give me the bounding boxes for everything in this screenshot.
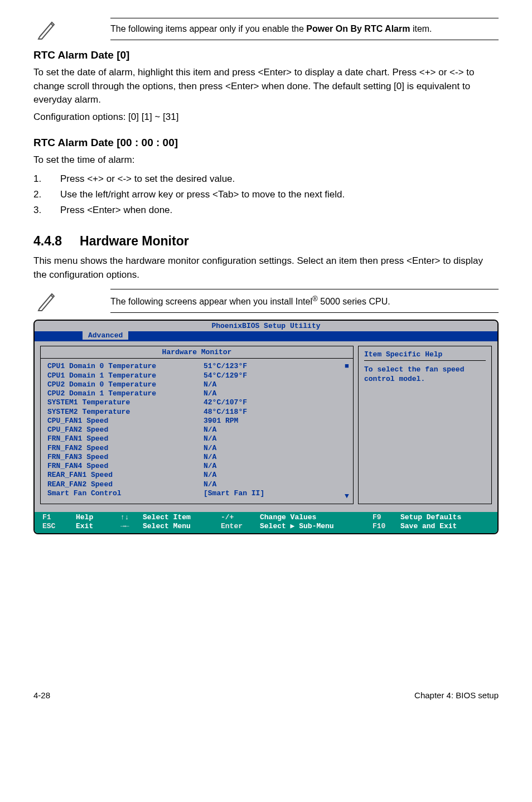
bios-help-panel: Item Specific Help To select the fan spe… bbox=[358, 346, 492, 504]
page-footer: 4-28 Chapter 4: BIOS setup bbox=[0, 668, 532, 711]
bios-help-text: To select the fan speed control model. bbox=[364, 365, 486, 384]
rtc-time-intro: To set the time of alarm: bbox=[33, 153, 499, 167]
table-row[interactable]: FRN_FAN1 SpeedN/A bbox=[47, 434, 349, 443]
table-row[interactable]: CPU_FAN2 SpeedN/A bbox=[47, 426, 349, 434]
section-heading: 4.4.8 Hardware Monitor bbox=[33, 234, 499, 249]
bios-footer: F1 Help ↑↓ Select Item -/+ Change Values… bbox=[35, 512, 497, 533]
note-bold: Power On By RTC Alarm bbox=[306, 24, 410, 33]
bios-help-title: Item Specific Help bbox=[364, 349, 486, 361]
list-item: 3.Press <Enter> when done. bbox=[33, 202, 499, 218]
table-row[interactable]: SYSTEM1 Temperature42°C/107°F bbox=[47, 398, 349, 407]
table-row[interactable]: FRN_FAN3 SpeedN/A bbox=[47, 453, 349, 462]
page-number: 4-28 bbox=[33, 690, 50, 700]
key-f9: F9 bbox=[373, 513, 400, 522]
table-row[interactable]: CPU1 Domain 0 Temperature51°C/123°F bbox=[47, 362, 349, 371]
rtc-date-body2: Configuration options: [0] [1] ~ [31] bbox=[33, 110, 499, 124]
note-text-b: item. bbox=[410, 24, 432, 33]
heading-rtc-alarm-time: RTC Alarm Date [00 : 00 : 00] bbox=[33, 137, 499, 149]
rtc-date-body1: To set the date of alarm, highlight this… bbox=[33, 66, 499, 107]
arrows-updown-icon: ↑↓ bbox=[120, 513, 143, 522]
pencil-icon bbox=[33, 288, 61, 313]
table-row[interactable]: FRN_FAN4 SpeedN/A bbox=[47, 462, 349, 471]
bios-rows: ■ CPU1 Domain 0 Temperature51°C/123°F CP… bbox=[41, 359, 353, 504]
scroll-up-icon[interactable]: ■ bbox=[343, 362, 351, 370]
table-row[interactable]: REAR_FAN2 SpeedN/A bbox=[47, 480, 349, 489]
list-item: 1.Press <+> or <-> to set the desired va… bbox=[33, 171, 499, 187]
bios-screen: PhoenixBIOS Setup Utility Advanced Hardw… bbox=[33, 320, 499, 534]
table-row[interactable]: REAR_FAN1 SpeedN/A bbox=[47, 471, 349, 480]
arrows-leftright-icon: →← bbox=[120, 522, 143, 531]
note2-text-a: The following screens appear when you in… bbox=[110, 297, 312, 306]
table-row[interactable]: FRN_FAN2 SpeedN/A bbox=[47, 444, 349, 453]
table-row[interactable]: SYSTEM2 Temperature48°C/118°F bbox=[47, 408, 349, 417]
note-intel-cpu: The following screens appear when you in… bbox=[33, 288, 499, 313]
heading-rtc-alarm-date: RTC Alarm Date [0] bbox=[33, 49, 499, 61]
note-text: The following items appear only if you e… bbox=[110, 24, 306, 33]
table-row[interactable]: CPU_FAN1 Speed3901 RPM bbox=[47, 417, 349, 426]
key-esc: ESC bbox=[42, 522, 76, 531]
bios-left-panel: Hardware Monitor ■ CPU1 Domain 0 Tempera… bbox=[40, 346, 354, 504]
bios-title: PhoenixBIOS Setup Utility bbox=[35, 321, 497, 331]
scroll-down-icon[interactable]: ▼ bbox=[343, 492, 351, 500]
chapter-label: Chapter 4: BIOS setup bbox=[414, 690, 499, 700]
key-f1: F1 bbox=[42, 513, 76, 522]
table-row[interactable]: CPU2 Domain 1 TemperatureN/A bbox=[47, 389, 349, 398]
bios-tabbar: Advanced bbox=[35, 331, 497, 341]
bios-panel-title: Hardware Monitor bbox=[41, 346, 353, 359]
section-intro: This menu shows the hardware monitor con… bbox=[33, 254, 499, 282]
note-power-on-rtc: The following items appear only if you e… bbox=[33, 17, 499, 41]
note2-sup: ® bbox=[312, 294, 318, 303]
table-row[interactable]: Smart Fan Control[Smart Fan II] bbox=[47, 489, 349, 498]
table-row[interactable]: CPU2 Domain 0 TemperatureN/A bbox=[47, 380, 349, 389]
note2-text-b: 5000 series CPU. bbox=[318, 297, 390, 306]
rtc-time-steps: 1.Press <+> or <-> to set the desired va… bbox=[33, 171, 499, 218]
tab-advanced[interactable]: Advanced bbox=[83, 331, 128, 340]
pencil-icon bbox=[33, 17, 61, 41]
table-row[interactable]: CPU1 Domain 1 Temperature54°C/129°F bbox=[47, 371, 349, 380]
list-item: 2.Use the left/right arrow key or press … bbox=[33, 187, 499, 202]
section-title: Hardware Monitor bbox=[80, 234, 189, 248]
key-f10: F10 bbox=[373, 522, 400, 531]
section-number: 4.4.8 bbox=[33, 234, 62, 248]
